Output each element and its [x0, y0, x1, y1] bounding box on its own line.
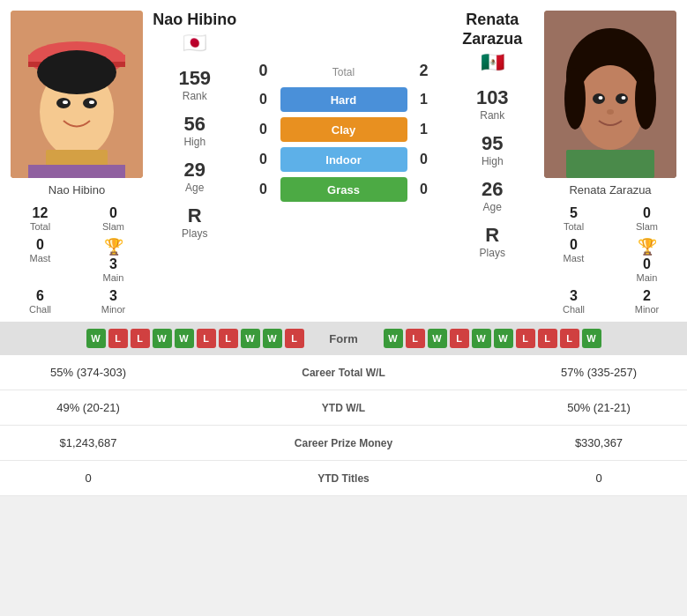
right-total-value: 5 [570, 205, 578, 221]
grass-label: Grass [327, 183, 360, 197]
right-form-badge-l: L [538, 329, 557, 348]
right-age-value: 26 [482, 178, 503, 201]
right-player-name-top: Renata Zarazua [441, 11, 545, 48]
left-total-label: Total [30, 221, 50, 232]
right-form-badge-l: L [450, 329, 469, 348]
right-form-badge-l: L [516, 329, 535, 348]
total-score-row: 0 Total 2 [247, 62, 441, 80]
form-label: Form [309, 332, 379, 345]
total-label: Total [332, 66, 355, 78]
right-chall-value: 3 [570, 288, 578, 304]
left-high-box: 56 High [183, 113, 205, 148]
stats-row-1: 49% (20-21) YTD W/L 50% (21-21) [0, 390, 687, 426]
right-plays-value: R [485, 224, 499, 247]
right-chall-label: Chall [563, 304, 585, 315]
left-total-score: 0 [247, 62, 280, 80]
svg-point-17 [599, 96, 603, 100]
stats-right-0: 57% (335-257) [511, 355, 687, 390]
hard-score-row: 0 Hard 1 [247, 87, 441, 112]
right-total-score: 2 [407, 62, 441, 80]
right-age-box: 26 Age [482, 178, 503, 213]
right-flag: 🇲🇽 [481, 51, 504, 74]
left-slam-value: 0 [109, 205, 117, 221]
left-player-name: Nao Hibino [11, 183, 143, 197]
left-form-badge-l: L [285, 329, 304, 348]
right-player-photo [544, 11, 676, 178]
right-trophy-icon: 🏆 [638, 237, 657, 256]
left-rank-value: 159 [178, 67, 211, 90]
left-plays-box: R Plays [182, 204, 207, 240]
indoor-surface-btn: Indoor [280, 147, 407, 172]
left-chall-value: 6 [36, 288, 44, 304]
right-mast-cell: 0 Mast [544, 237, 603, 283]
left-form-badges: WLLWWLLWWL [13, 329, 304, 348]
right-high-box: 95 High [482, 132, 504, 167]
left-form-badge-l: L [131, 329, 150, 348]
right-mast-label: Mast [564, 253, 585, 263]
left-minor-cell: 3 Minor [84, 288, 143, 315]
right-age-label: Age [483, 201, 502, 213]
stats-row-2: $1,243,687 Career Prize Money $330,367 [0, 426, 687, 461]
right-high-value: 95 [482, 132, 503, 155]
left-indoor-score: 0 [247, 152, 280, 167]
clay-score-row: 0 Clay 1 [247, 117, 441, 142]
left-slam-label: Slam [102, 221, 124, 232]
right-total-cell: 5 Total [544, 205, 603, 232]
svg-rect-11 [28, 165, 125, 178]
right-rank-label: Rank [480, 109, 504, 122]
left-chall-cell: 6 Chall [11, 288, 70, 315]
svg-point-14 [577, 65, 644, 150]
left-main-label: Main [103, 272, 124, 283]
left-player-photo [11, 11, 143, 178]
stats-label-3: YTD Titles [176, 461, 511, 496]
left-form-badge-l: L [197, 329, 216, 348]
right-trophy-main-cell: 🏆 0 Main [617, 237, 676, 283]
right-player-photo-area: Renata Zarazua 5 Total 0 Slam 0 Mast 🏆 0 [544, 0, 687, 315]
left-minor-value: 3 [109, 288, 117, 304]
stats-label-0: Career Total W/L [176, 355, 511, 390]
stats-table: 55% (374-303) Career Total W/L 57% (335-… [0, 355, 687, 496]
left-mast-label: Mast [30, 253, 51, 263]
stats-left-3: 0 [0, 461, 176, 496]
stats-label-2: Career Prize Money [176, 426, 511, 461]
left-age-value: 29 [184, 159, 205, 182]
right-main-value: 0 [643, 256, 651, 272]
right-form-badge-w: W [472, 329, 491, 348]
left-mast-cell: 0 Mast [11, 237, 70, 283]
left-rank-label: Rank [183, 90, 207, 102]
stats-right-3: 0 [511, 461, 687, 496]
right-player-name: Renata Zarazua [544, 183, 676, 197]
left-stats-grid: 12 Total 0 Slam 0 Mast 🏆 3 Main 6 [11, 205, 143, 315]
svg-point-22 [635, 68, 656, 130]
left-hard-score: 0 [247, 92, 280, 108]
left-form-badge-w: W [175, 329, 194, 348]
stats-row-0: 55% (374-303) Career Total W/L 57% (335-… [0, 355, 687, 390]
right-minor-cell: 2 Minor [617, 288, 676, 315]
right-high-label: High [482, 155, 504, 167]
left-total-cell: 12 Total [11, 205, 70, 232]
right-slam-label: Slam [636, 221, 658, 232]
right-main-label: Main [637, 272, 658, 283]
center-scores: 0 Total 2 0 Hard 1 0 Clay 1 [247, 0, 441, 315]
stats-left-1: 49% (20-21) [0, 390, 176, 426]
left-high-value: 56 [184, 113, 205, 136]
grass-score-row: 0 Grass 0 [247, 177, 441, 202]
left-mast-value: 0 [36, 237, 44, 253]
left-trophy-icon: 🏆 [104, 237, 123, 256]
left-chall-label: Chall [29, 304, 51, 315]
left-high-label: High [183, 136, 205, 148]
indoor-score-row: 0 Indoor 0 [247, 147, 441, 172]
right-grass-score: 0 [407, 182, 441, 197]
right-minor-label: Minor [635, 304, 660, 315]
left-age-box: 29 Age [184, 159, 205, 194]
right-slam-cell: 0 Slam [617, 205, 676, 232]
clay-surface-btn: Clay [280, 117, 407, 142]
right-rank-box: 103 Rank [476, 86, 509, 122]
left-minor-label: Minor [101, 304, 126, 315]
left-slam-cell: 0 Slam [84, 205, 143, 232]
left-form-badge-l: L [219, 329, 238, 348]
right-form-badge-w: W [494, 329, 513, 348]
main-container: Nao Hibino 12 Total 0 Slam 0 Mast 🏆 3 [0, 0, 687, 496]
right-form-badge-w: W [582, 329, 601, 348]
svg-point-9 [37, 50, 116, 94]
